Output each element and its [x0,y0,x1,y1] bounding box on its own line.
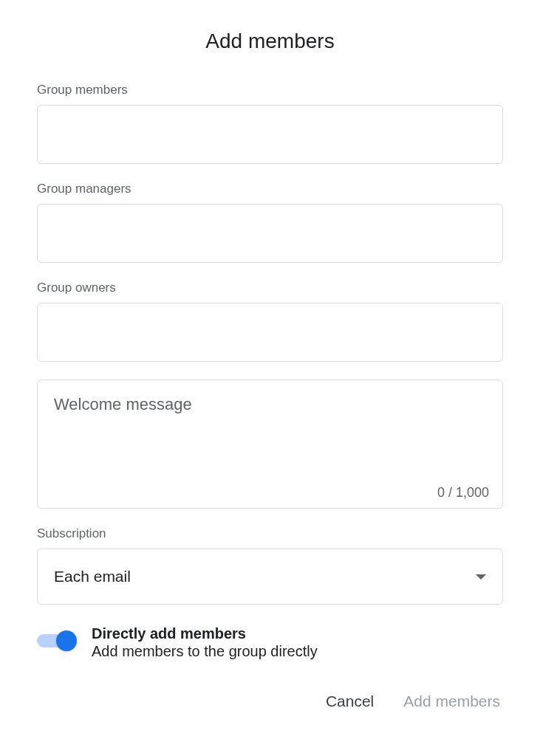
chevron-down-icon [476,574,486,580]
char-counter: 0 / 1,000 [437,485,489,501]
group-members-input[interactable] [37,105,503,164]
welcome-message-wrapper: 0 / 1,000 [37,379,503,509]
group-members-field: Group members [37,83,503,164]
subscription-label: Subscription [37,526,503,541]
welcome-message-field: 0 / 1,000 [37,379,503,509]
group-members-label: Group members [37,83,503,97]
add-members-dialog: Add members Group members Group managers… [0,0,540,738]
cancel-button[interactable]: Cancel [323,687,377,716]
group-owners-label: Group owners [37,281,503,295]
toggle-text: Directly add members Add members to the … [92,625,503,660]
group-owners-input[interactable] [37,303,503,362]
welcome-message-input[interactable] [38,380,502,484]
group-managers-input[interactable] [37,204,503,263]
toggle-thumb [56,630,77,651]
add-members-button[interactable]: Add members [400,687,503,716]
directly-add-toggle[interactable] [37,634,72,647]
dialog-title: Add members [37,30,503,53]
toggle-subtitle: Add members to the group directly [92,643,503,660]
subscription-select[interactable]: Each email [37,549,503,605]
group-managers-field: Group managers [37,182,503,263]
group-owners-field: Group owners [37,281,503,362]
subscription-value: Each email [54,568,476,585]
subscription-field: Subscription Each email [37,526,503,605]
group-managers-label: Group managers [37,182,503,196]
toggle-title: Directly add members [92,625,503,642]
dialog-actions: Cancel Add members [37,687,503,716]
directly-add-toggle-row: Directly add members Add members to the … [37,625,503,660]
